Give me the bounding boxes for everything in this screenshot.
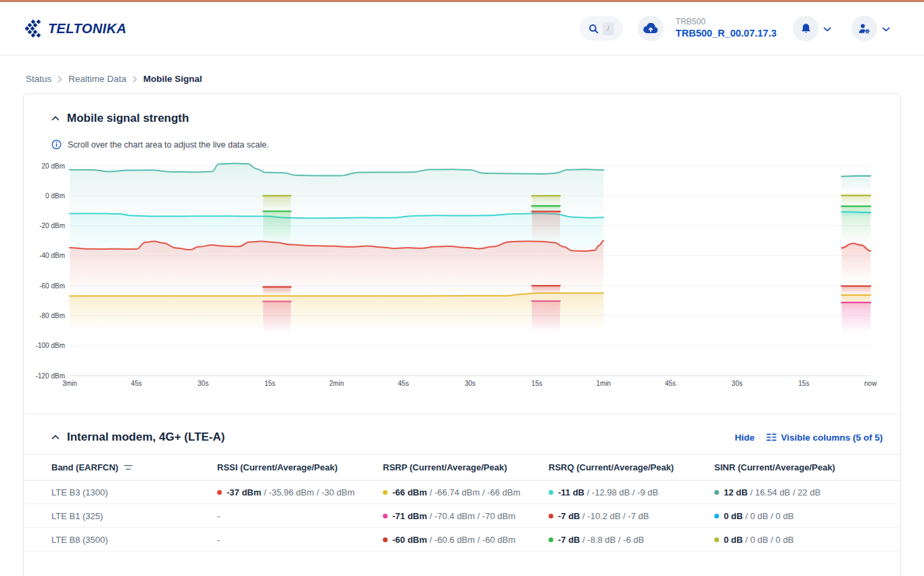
x-tick-label: 30s — [198, 380, 208, 387]
x-tick-label: 45s — [665, 380, 676, 387]
main-card: Mobile signal strength Scroll over the c… — [23, 93, 901, 576]
signal-chart-area: 20 dBm0 dBm-20 dBm-40 dBm-60 dBm-80 dBm-… — [24, 158, 900, 396]
notifications-button[interactable] — [793, 16, 818, 41]
device-model: TRB500 — [676, 17, 777, 28]
modem-section-header: Internal modem, 4G+ (LTE-A) Hide Visible… — [24, 414, 900, 444]
user-settings-icon — [858, 24, 871, 34]
chart-info-row: Scroll over the chart area to adjust the… — [24, 125, 900, 150]
rsrq-b3-now-line — [841, 212, 871, 213]
series-color-dot — [714, 490, 719, 495]
rssi-b3-area — [70, 241, 603, 303]
header-actions: / TRB500 TRB500_R_00.07.17.3 — [580, 16, 890, 41]
metric-cell: -71 dBm / -70.4 dBm / -70 dBm — [383, 504, 549, 528]
sinr-b3-now-area — [841, 176, 871, 197]
visible-columns-label: Visible columns (5 of 5) — [781, 433, 883, 443]
rsrp-b8-now-area — [841, 286, 871, 296]
modem-table: Band (EARFCN) RSSI (Current/Average/Peak… — [24, 454, 900, 552]
series-color-dot — [714, 514, 719, 518]
band-cell: LTE B1 (325) — [24, 504, 217, 528]
info-icon — [51, 139, 62, 150]
breadcrumb: Status Realtime Data Mobile Signal — [0, 56, 924, 84]
band-cell: LTE B8 (3500) — [24, 528, 217, 552]
search-icon — [588, 24, 599, 34]
y-tick-label: 20 dBm — [42, 162, 65, 170]
hide-link[interactable]: Hide — [735, 433, 754, 443]
cloud-upload-icon — [643, 23, 658, 34]
table-row: LTE B1 (325)--71 dBm / -70.4 dBm / -70 d… — [24, 504, 900, 528]
teltonika-logo-mark — [24, 19, 45, 38]
column-header-rsrp: RSRP (Current/Average/Peak) — [383, 455, 549, 481]
metric-cell: -66 dBm / -66.74 dBm / -66 dBm — [383, 481, 549, 504]
filter-icon[interactable] — [124, 464, 133, 470]
x-tick-label: 30s — [465, 380, 476, 387]
notifications-chevron-icon[interactable] — [823, 22, 831, 35]
series-color-dot — [549, 537, 553, 542]
column-header-band[interactable]: Band (EARFCN) — [24, 455, 217, 481]
y-tick-label: -40 dBm — [39, 252, 65, 259]
y-tick-label: -60 dBm — [39, 282, 65, 290]
chevron-right-icon — [133, 76, 137, 83]
sinr-b3-now-line — [841, 176, 871, 177]
teltonika-logo[interactable]: TELTONIKA — [24, 19, 126, 38]
series-color-dot — [217, 490, 222, 495]
series-color-dot — [714, 537, 719, 542]
collapse-modem-section-button[interactable] — [51, 435, 60, 440]
series-color-dot — [383, 537, 388, 542]
series-color-dot — [383, 490, 388, 495]
x-tick-label: 30s — [732, 380, 743, 387]
band-cell: LTE B3 (1300) — [24, 481, 217, 504]
metric-cell: -37 dBm / -35.96 dBm / -30 dBm — [217, 481, 383, 504]
collapse-signal-section-button[interactable] — [51, 116, 60, 121]
breadcrumb-mobile-signal: Mobile Signal — [143, 74, 202, 84]
column-header-rssi: RSSI (Current/Average/Peak) — [217, 455, 383, 481]
metric-cell: - — [217, 528, 383, 552]
breadcrumb-status[interactable]: Status — [26, 74, 51, 84]
logo-wordmark: TELTONIKA — [48, 21, 126, 37]
bell-icon — [801, 23, 811, 34]
rssi-b3-now-area — [841, 244, 871, 286]
chevron-right-icon — [57, 76, 62, 83]
metric-cell: - — [217, 504, 383, 528]
x-tick-label: 15s — [798, 380, 809, 387]
breadcrumb-realtime-data[interactable]: Realtime Data — [68, 74, 126, 84]
series-color-dot — [549, 514, 553, 518]
user-menu-chevron-icon[interactable] — [882, 22, 890, 35]
chevron-up-icon — [51, 116, 60, 121]
metric-cell: 0 dB / 0 dB / 0 dB — [714, 504, 900, 528]
y-tick-label: -100 dBm — [36, 342, 65, 349]
sinr-b8-now-area — [841, 196, 871, 207]
metric-cell: -11 dB / -12.98 dB / -9 dB — [549, 481, 714, 504]
series-color-dot — [549, 490, 553, 495]
device-firmware: TRB500_R_00.07.17.3 — [676, 27, 777, 40]
search-button[interactable]: / — [580, 16, 623, 41]
table-actions: Hide Visible columns (5 of 5) — [735, 433, 883, 443]
signal-section-title: Mobile signal strength — [67, 112, 189, 125]
search-shortcut-key: / — [603, 22, 614, 35]
y-tick-label: 0 dBm — [45, 192, 65, 200]
y-tick-label: -20 dBm — [39, 222, 65, 229]
rsrp-b3-area — [70, 293, 603, 335]
metric-cell: 12 dB / 16.54 dB / 22 dB — [714, 481, 900, 504]
metric-cell: -60 dBm / -60.6 dBm / -60 dBm — [383, 528, 549, 552]
columns-icon — [766, 433, 777, 441]
visible-columns-button[interactable]: Visible columns (5 of 5) — [766, 433, 883, 443]
series-color-dot — [383, 514, 388, 518]
user-menu-button[interactable] — [852, 16, 877, 41]
x-tick-label: 15s — [264, 380, 275, 387]
signal-chart[interactable]: 20 dBm0 dBm-20 dBm-40 dBm-60 dBm-80 dBm-… — [24, 158, 887, 396]
x-tick-label: 45s — [131, 380, 142, 387]
band-header-label: Band (EARFCN) — [51, 462, 118, 472]
y-tick-label: -120 dBm — [36, 372, 65, 380]
chevron-up-icon — [51, 435, 60, 440]
x-tick-label: 2min — [329, 380, 344, 387]
x-tick-label: 45s — [398, 380, 409, 387]
column-header-sinr: SINR (Current/Average/Peak) — [714, 455, 900, 481]
signal-section-header: Mobile signal strength — [24, 94, 900, 125]
rsrq-b1-burst2-area — [532, 212, 560, 246]
metric-cell: -7 dB / -8.8 dB / -6 dB — [549, 528, 714, 552]
column-header-rsrq: RSRQ (Current/Average/Peak) — [549, 455, 714, 481]
y-tick-label: -80 dBm — [39, 312, 65, 319]
x-tick-label: now — [864, 380, 877, 387]
rms-cloud-button[interactable] — [638, 16, 664, 41]
metric-cell: -7 dB / -10.2 dB / -7 dB — [549, 504, 714, 528]
